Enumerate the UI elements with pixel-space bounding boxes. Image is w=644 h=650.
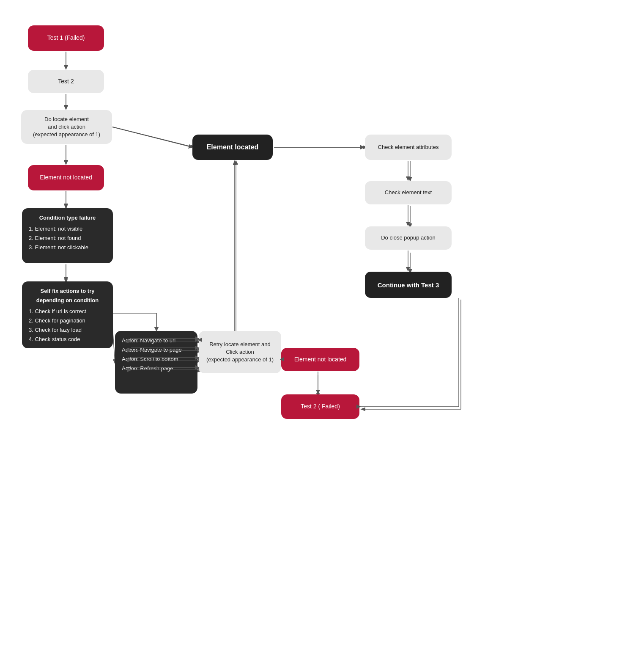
svg-line-5 — [113, 127, 194, 147]
condition-type-title: Condition type failure — [29, 213, 106, 223]
check-attributes-label: Check element attributes — [378, 143, 439, 151]
test1-label: Test 1 (Failed) — [47, 34, 85, 42]
do-close-popup-label: Do close popup action — [381, 234, 436, 242]
action-item-4: Action: Refresh page — [122, 364, 191, 373]
element-not-located-2-node: Element not located — [281, 348, 359, 371]
test2-node: Test 2 — [28, 70, 104, 93]
actions-box-node: Action: Navigate to url Action: Navigate… — [115, 331, 197, 394]
do-locate-node: Do locate elementand click action(expect… — [21, 110, 112, 144]
condition-item-3: 3. Element: not clickable — [29, 243, 106, 252]
do-locate-label: Do locate elementand click action(expect… — [33, 116, 100, 139]
check-text-node: Check element text — [365, 181, 452, 204]
action-item-3: Action: Scroll to bottom — [122, 355, 191, 364]
continue-test3-label: Continue with Test 3 — [378, 281, 439, 289]
self-fix-item-4: 4. Check status code — [29, 335, 106, 344]
do-close-popup-node: Do close popup action — [365, 226, 452, 250]
element-not-located-1-node: Element not located — [28, 165, 104, 190]
self-fix-node: Self fix actions to trydepending on cond… — [22, 281, 113, 348]
check-text-label: Check element text — [385, 189, 432, 196]
element-not-located-1-label: Element not located — [40, 174, 92, 182]
retry-locate-label: Retry locate element andClick action(exp… — [206, 341, 274, 364]
test1-node: Test 1 (Failed) — [28, 25, 104, 51]
action-item-2: Action: Navigate to page — [122, 345, 191, 355]
element-not-located-2-label: Element not located — [294, 355, 347, 364]
element-located-node: Element located — [192, 135, 273, 160]
retry-locate-node: Retry locate element andClick action(exp… — [199, 331, 281, 373]
self-fix-item-3: 3. Check for lazy load — [29, 325, 106, 335]
condition-item-1: 1. Element: not visible — [29, 224, 106, 234]
condition-type-node: Condition type failure 1. Element: not v… — [22, 208, 113, 263]
flowchart: Test 1 (Failed) Test 2 Do locate element… — [0, 0, 644, 650]
self-fix-title: Self fix actions to trydepending on cond… — [29, 286, 106, 305]
action-item-1: Action: Navigate to url — [122, 336, 191, 345]
test2-failed-label: Test 2 ( Failed) — [301, 402, 340, 411]
condition-item-2: 2. Element: not found — [29, 234, 106, 243]
svg-line-43 — [112, 127, 192, 147]
test2-label: Test 2 — [58, 77, 74, 86]
self-fix-item-2: 2. Check for pagination — [29, 316, 106, 325]
element-located-label: Element located — [207, 143, 259, 152]
test2-failed-node: Test 2 ( Failed) — [281, 394, 359, 419]
continue-test3-node: Continue with Test 3 — [365, 272, 452, 298]
self-fix-item-1: 1. Check if url is correct — [29, 307, 106, 316]
check-attributes-node: Check element attributes — [365, 135, 452, 160]
